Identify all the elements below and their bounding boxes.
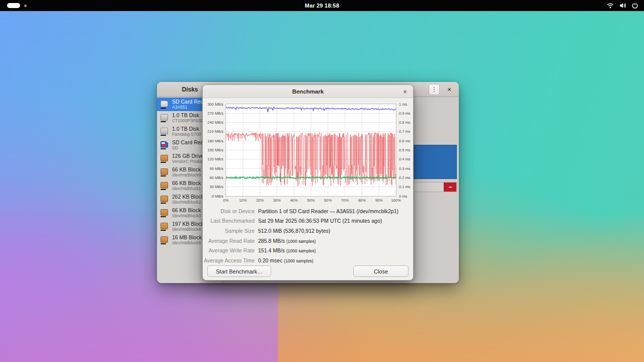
benchmark-dialog: Benchmark × 300 MB/s270 MB/s240 MB/s210 … [202, 84, 414, 281]
x-axis-ticks: 0%10%20%30%40%50%60%70%80%90%100% [225, 198, 397, 203]
axis-tick-label: 0.5 ms [399, 148, 411, 152]
sd-card-color-icon [160, 141, 169, 150]
axis-tick-label: 210 MB/s [207, 129, 223, 134]
power-icon [632, 3, 638, 9]
detail-value: 285.8 MB/s (1000 samples) [258, 238, 410, 244]
detail-row: Disk or DevicePartition 1 of SD Card Rea… [203, 206, 410, 216]
detail-label: Average Read Rate [203, 238, 255, 244]
axis-tick-label: 180 MB/s [207, 139, 223, 143]
right-axis-ticks: 1 ms0.9 ms0.8 ms0.7 ms0.6 ms0.5 ms0.4 ms… [399, 104, 415, 197]
left-axis-ticks: 300 MB/s270 MB/s240 MB/s210 MB/s180 MB/s… [203, 104, 223, 197]
harddisk-icon [160, 114, 169, 123]
axis-tick-label: 0.2 ms [399, 175, 411, 180]
wifi-icon [607, 3, 614, 9]
axis-tick-label: 1 ms [399, 102, 407, 107]
sd-card-grey-icon [160, 100, 169, 109]
axis-tick-label: 270 MB/s [207, 111, 223, 116]
detail-row: Average Write Rate151.4 MB/s (1000 sampl… [203, 245, 410, 255]
axis-tick-label: 0.4 ms [399, 157, 411, 161]
benchmark-close-button[interactable]: × [400, 86, 410, 97]
detail-label: Average Access Time [203, 257, 255, 263]
flash-media-icon [160, 154, 169, 163]
axis-tick-label: 20% [256, 198, 264, 203]
axis-tick-label: 30% [273, 198, 281, 203]
axis-tick-label: 90% [375, 198, 383, 203]
detail-value: 512.0 MiB (536,870,912 bytes) [258, 228, 410, 234]
detail-value: Partition 1 of SD Card Reader — A3A551 (… [258, 208, 410, 214]
axis-tick-label: 0.7 ms [399, 129, 411, 134]
axis-tick-label: 70% [341, 198, 349, 203]
axis-tick-label: 0.8 ms [399, 120, 411, 125]
active-workspace-pill[interactable] [7, 3, 20, 8]
inactive-workspace-dot[interactable] [24, 5, 27, 7]
close-icon: × [447, 85, 451, 94]
clock[interactable]: Mar 29 18:58 [305, 3, 339, 9]
device-title: 1.0 TB Disk [172, 113, 207, 119]
benchmark-dialog-title: Benchmark [203, 85, 413, 98]
detail-row: Last BenchmarkedSat 29 Mar 2025 06:36:53… [203, 216, 410, 226]
axis-tick-label: 100% [391, 198, 400, 203]
workspace-indicator[interactable] [7, 0, 27, 11]
delete-partition-button[interactable]: − [444, 183, 456, 192]
desktop: Mar 29 18:58 [0, 0, 644, 362]
axis-tick-label: 0.6 ms [399, 139, 411, 143]
detail-label: Sample Size [203, 228, 255, 234]
detail-value: 151.4 MB/s (1000 samples) [258, 247, 410, 253]
axis-tick-label: 50% [307, 198, 314, 203]
axis-tick-label: 0.9 ms [399, 111, 411, 116]
device-subtitle: CT1000P3PSSD8 [172, 119, 207, 123]
harddisk-icon [160, 127, 169, 136]
axis-tick-label: 0% [223, 198, 229, 203]
detail-note: (1000 samples) [286, 239, 316, 244]
flash-media-icon [160, 195, 169, 204]
detail-row: Sample Size512.0 MiB (536,870,912 bytes) [203, 226, 410, 236]
flash-media-icon [160, 182, 169, 191]
detail-label: Average Write Rate [203, 247, 255, 253]
start-benchmark-button[interactable]: Start Benchmark… [207, 265, 271, 277]
axis-tick-label: 0.1 ms [399, 185, 411, 189]
detail-label: Disk or Device [203, 208, 255, 214]
volume-icon [619, 3, 626, 9]
detail-value: Sat 29 Mar 2025 06:36:53 PM UTC (21 minu… [258, 218, 410, 224]
axis-tick-label: 80% [358, 198, 366, 203]
axis-tick-label: 10% [239, 198, 247, 203]
axis-tick-label: 40% [290, 198, 298, 203]
flash-media-icon [160, 236, 169, 245]
vertical-dots-icon: ⋮ [431, 86, 437, 93]
close-button[interactable]: Close [353, 265, 409, 277]
benchmark-headerbar[interactable]: Benchmark × [203, 85, 413, 98]
flash-media-icon [160, 168, 169, 177]
axis-tick-label: 300 MB/s [207, 102, 223, 107]
system-status-area[interactable] [607, 0, 638, 11]
flash-media-icon [160, 222, 169, 231]
detail-row: Average Access Time0.20 msec (1000 sampl… [203, 255, 410, 265]
axis-tick-label: 60% [324, 198, 332, 203]
axis-tick-label: 0 MB/s [212, 194, 223, 199]
axis-tick-label: 60 MB/s [209, 175, 223, 180]
top-bar: Mar 29 18:58 [0, 0, 644, 11]
axis-tick-label: 240 MB/s [207, 120, 223, 125]
axis-tick-label: 120 MB/s [207, 157, 223, 161]
detail-value: 0.20 msec (1000 samples) [258, 257, 410, 263]
disks-close-button[interactable]: × [444, 84, 455, 95]
benchmark-chart [225, 104, 396, 197]
benchmark-details: Disk or DevicePartition 1 of SD Card Rea… [203, 206, 410, 265]
flash-media-icon [160, 209, 169, 218]
detail-note: (1000 samples) [284, 258, 313, 263]
axis-tick-label: 90 MB/s [209, 166, 223, 171]
axis-tick-label: 0.3 ms [399, 166, 411, 171]
detail-note: (1000 samples) [286, 248, 316, 253]
axis-tick-label: 150 MB/s [207, 148, 223, 152]
detail-row: Average Read Rate285.8 MB/s (1000 sample… [203, 236, 410, 246]
disks-menu-button[interactable]: ⋮ [429, 84, 440, 95]
close-icon: × [403, 88, 407, 96]
axis-tick-label: 30 MB/s [209, 185, 223, 189]
detail-label: Last Benchmarked [203, 218, 255, 224]
